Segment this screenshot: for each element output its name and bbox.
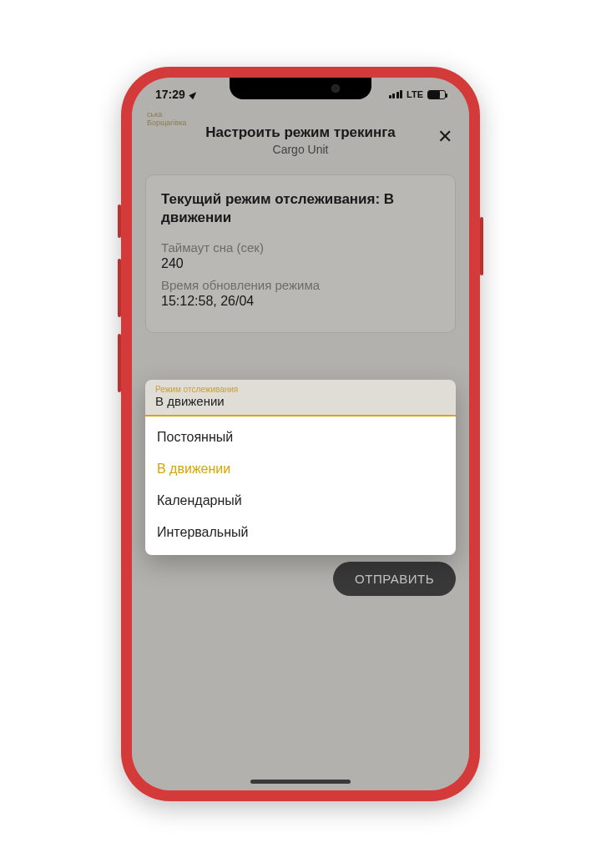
tracking-mode-dropdown: Режим отслеживания В движении Постоянный… xyxy=(145,380,456,555)
dropdown-current-value: В движении xyxy=(155,394,446,408)
dropdown-floating-label: Режим отслеживания xyxy=(155,385,446,394)
status-time: 17:29 xyxy=(155,88,185,101)
cellular-signal-icon xyxy=(389,90,403,98)
network-type: LTE xyxy=(407,89,423,99)
dropdown-options: Постоянный В движении Календарный Интерв… xyxy=(145,416,456,555)
notch xyxy=(230,78,371,99)
location-services-icon xyxy=(189,89,198,98)
dropdown-option-interval[interactable]: Интервальный xyxy=(145,517,456,548)
dropdown-option-constant[interactable]: Постоянный xyxy=(145,421,456,453)
screen: 17:29 LTE ська Борщагівка Настроить режи… xyxy=(132,78,469,790)
dropdown-option-in-motion[interactable]: В движении xyxy=(145,453,456,485)
home-indicator[interactable] xyxy=(250,780,351,784)
phone-frame: 17:29 LTE ська Борщагівка Настроить режи… xyxy=(121,67,480,801)
battery-icon xyxy=(427,90,446,99)
dropdown-header[interactable]: Режим отслеживания В движении xyxy=(145,380,456,416)
dropdown-option-calendar[interactable]: Календарный xyxy=(145,485,456,517)
